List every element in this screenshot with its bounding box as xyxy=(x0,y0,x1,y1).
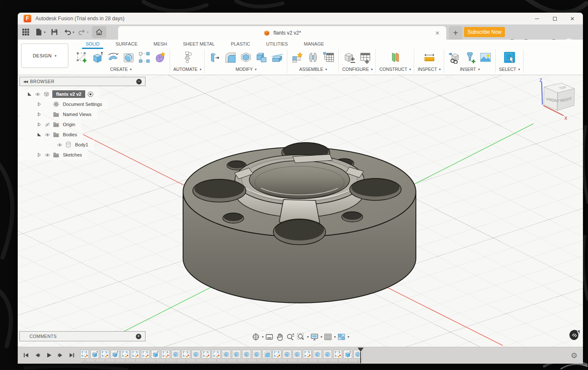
timeline-settings-gear-icon[interactable]: ⚙ xyxy=(569,351,579,360)
comments-bar[interactable]: COMMENTS + xyxy=(19,331,146,341)
browser-item-document-settings[interactable]: Document Settings xyxy=(19,99,108,109)
eye-off-icon[interactable] xyxy=(44,122,51,128)
fillet-button[interactable] xyxy=(224,51,237,64)
browser-item-sketches[interactable]: Sketches xyxy=(19,150,88,160)
viewports-button[interactable] xyxy=(336,332,346,342)
group-label[interactable]: CONFIGURE▾ xyxy=(342,67,372,72)
browser-item-named-views[interactable]: Named Views xyxy=(19,109,97,119)
measure-button[interactable] xyxy=(423,51,436,64)
skip-start-button[interactable] xyxy=(22,351,30,359)
step-back-button[interactable] xyxy=(33,351,42,359)
timeline-feature-hole[interactable] xyxy=(252,350,261,359)
timeline-feature-sketch[interactable] xyxy=(212,350,221,359)
new-tab-button[interactable]: + xyxy=(449,26,462,40)
insert-fastener-button[interactable] xyxy=(463,51,477,64)
create-form-button[interactable] xyxy=(153,51,167,64)
timeline-feature-sketch[interactable] xyxy=(333,350,342,359)
eye-icon[interactable] xyxy=(44,152,51,158)
activate-radio-icon[interactable] xyxy=(88,92,93,97)
automate-button[interactable] xyxy=(181,51,194,64)
timeline-feature-extrude[interactable] xyxy=(111,350,119,359)
title-bar[interactable]: F Autodesk Fusion (Trial ends in 28 days… xyxy=(18,13,583,24)
home-button[interactable] xyxy=(92,26,106,38)
expand-expanded-icon[interactable] xyxy=(36,132,43,137)
group-label[interactable]: MODIFY▾ xyxy=(235,67,256,72)
ribbon-tab-utilities[interactable]: UTILITIES xyxy=(258,40,296,49)
zoom-button[interactable] xyxy=(285,332,295,342)
redo-button[interactable]: ▾ xyxy=(78,26,89,38)
insert-derive-button[interactable] xyxy=(448,51,461,64)
step-forward-button[interactable] xyxy=(56,351,65,359)
collapse-panel-icon[interactable]: ◀◀ xyxy=(23,80,27,84)
timeline-feature-sketch[interactable] xyxy=(303,350,312,359)
group-label[interactable]: ASSEMBLE▾ xyxy=(299,67,327,72)
collapse-tree-icon[interactable]: − xyxy=(136,79,142,84)
assistant-bubble[interactable] xyxy=(569,329,580,341)
timeline-feature-hole[interactable] xyxy=(171,350,180,359)
eye-icon[interactable] xyxy=(44,132,51,138)
group-label[interactable]: CONSTRUCT▾ xyxy=(379,67,411,72)
display-settings-button[interactable] xyxy=(309,332,319,342)
timeline-feature-sketch[interactable] xyxy=(80,350,89,359)
expand-collapsed-icon[interactable] xyxy=(36,153,43,157)
fit-button[interactable] xyxy=(296,332,306,342)
group-label[interactable]: INSPECT▾ xyxy=(418,67,441,72)
expand-expanded-icon[interactable] xyxy=(26,92,33,96)
group-label[interactable]: INSERT▾ xyxy=(460,67,480,72)
timeline-feature-sketch[interactable] xyxy=(202,350,210,359)
joint-button[interactable] xyxy=(306,51,320,64)
combine-button[interactable] xyxy=(255,51,268,64)
browser-item-bodies[interactable]: Bodies xyxy=(19,130,83,140)
timeline-feature-extrude[interactable] xyxy=(343,350,352,359)
maximize-button[interactable] xyxy=(546,13,564,24)
timeline-feature-sketch[interactable] xyxy=(272,350,281,359)
timeline-feature-extrude[interactable] xyxy=(151,350,160,359)
close-button[interactable]: ✕ xyxy=(564,13,581,24)
save-button[interactable] xyxy=(49,26,60,38)
browser-item-body1[interactable]: Body1 xyxy=(19,140,94,150)
view-cube[interactable]: Z X TOP FRONT RIGHT xyxy=(539,78,575,121)
browser-item-flants-v2-v2[interactable]: flants v2 v2 xyxy=(19,89,99,99)
timeline-feature-hole[interactable] xyxy=(222,350,231,359)
timeline-feature-hole[interactable] xyxy=(293,350,302,359)
browser-header[interactable]: ◀◀ BROWSER − xyxy=(19,77,146,86)
new-component-button[interactable] xyxy=(291,51,304,64)
add-comment-icon[interactable]: + xyxy=(136,334,141,339)
split-body-button[interactable] xyxy=(270,51,284,64)
browser-item-origin[interactable]: Origin xyxy=(19,119,81,130)
expand-collapsed-icon[interactable] xyxy=(36,112,43,116)
extrude-button[interactable] xyxy=(91,51,104,64)
pan-button[interactable] xyxy=(275,332,285,342)
document-tab[interactable]: flants v2 v2* ✕ xyxy=(118,26,446,40)
eye-icon[interactable] xyxy=(57,142,63,148)
timeline-playhead[interactable] xyxy=(358,348,364,363)
press-pull-button[interactable] xyxy=(208,51,221,64)
play-button[interactable] xyxy=(45,351,53,359)
orbit-button[interactable] xyxy=(251,332,261,342)
workspace-selector[interactable]: DESIGN ▾ xyxy=(21,43,68,68)
pattern-button[interactable] xyxy=(138,51,151,64)
viewport-canvas[interactable]: Z X TOP FRONT RIGHT ◀◀ BROWSER − flants … xyxy=(18,75,583,347)
revolve-button[interactable] xyxy=(106,51,120,64)
eye-icon[interactable] xyxy=(35,91,41,97)
ribbon-tab-plastic[interactable]: PLASTIC xyxy=(223,40,258,49)
timeline-feature-sketch[interactable] xyxy=(100,350,109,359)
timeline-feature-hole[interactable] xyxy=(242,350,251,359)
insert-canvas-button[interactable] xyxy=(479,51,492,64)
expand-collapsed-icon[interactable] xyxy=(36,122,43,127)
timeline-feature-extrude[interactable] xyxy=(90,350,99,359)
shell-button[interactable] xyxy=(239,51,253,64)
timeline-feature-hole[interactable] xyxy=(323,350,332,359)
timeline-feature-hole[interactable] xyxy=(313,350,322,359)
subscribe-now-button[interactable]: Subscribe Now xyxy=(464,27,505,37)
timeline-feature-hole[interactable] xyxy=(232,350,241,359)
grid-settings-button[interactable] xyxy=(323,332,333,342)
undo-button[interactable]: ▾ xyxy=(63,26,74,38)
minimize-button[interactable] xyxy=(528,13,546,24)
timeline-feature-sketch[interactable] xyxy=(161,350,170,359)
construct-plane-button[interactable] xyxy=(388,51,402,64)
create-sketch-button[interactable] xyxy=(75,51,89,64)
group-label[interactable]: AUTOMATE▾ xyxy=(173,67,201,72)
group-label[interactable]: CREATE▾ xyxy=(110,67,132,72)
timeline-feature-hole[interactable] xyxy=(192,350,200,359)
